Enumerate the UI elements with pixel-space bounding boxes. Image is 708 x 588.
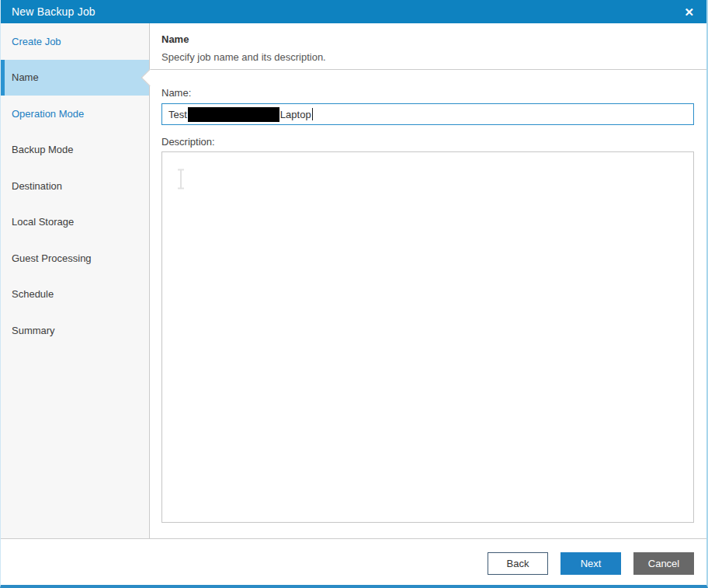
- page-title: Name: [161, 33, 694, 47]
- dialog-title: New Backup Job: [12, 5, 95, 18]
- ibeam-cursor-icon: [176, 169, 186, 190]
- name-form: Name: Test Laptop Description:: [150, 70, 706, 523]
- step-guest-processing[interactable]: Guest Processing: [1, 240, 149, 277]
- step-label: Backup Mode: [12, 144, 74, 155]
- close-icon[interactable]: ✕: [681, 5, 697, 19]
- step-operation-mode[interactable]: Operation Mode: [1, 96, 149, 132]
- step-label: Schedule: [12, 288, 54, 300]
- step-label: Local Storage: [12, 216, 74, 228]
- job-name-text-prefix: Test: [168, 109, 187, 120]
- name-field-label: Name:: [161, 87, 694, 99]
- step-label: Create Job: [12, 36, 61, 47]
- description-field-label: Description:: [161, 136, 694, 148]
- text-caret: [312, 108, 313, 120]
- footer-bar: Back Next Cancel: [1, 538, 706, 585]
- job-name-text-suffix: Laptop: [280, 109, 311, 120]
- step-label: Operation Mode: [12, 108, 84, 120]
- step-label: Summary: [12, 325, 55, 336]
- step-schedule[interactable]: Schedule: [1, 277, 149, 313]
- step-label: Guest Processing: [12, 252, 92, 264]
- job-name-input[interactable]: Test Laptop: [161, 103, 694, 125]
- back-button[interactable]: Back: [488, 552, 548, 575]
- next-button[interactable]: Next: [560, 552, 621, 575]
- title-bar: New Backup Job ✕: [1, 0, 706, 23]
- step-label: Destination: [12, 180, 62, 192]
- cancel-button[interactable]: Cancel: [633, 552, 694, 575]
- step-label: Name: [12, 71, 39, 83]
- main-area: Create Job Name Operation Mode Backup Mo…: [1, 23, 706, 538]
- page-subtitle: Specify job name and its description.: [161, 50, 694, 64]
- step-name[interactable]: Name: [1, 60, 149, 96]
- redacted-text-block: [188, 107, 279, 122]
- wizard-steps-sidebar: Create Job Name Operation Mode Backup Mo…: [1, 23, 150, 538]
- step-local-storage[interactable]: Local Storage: [1, 204, 149, 241]
- step-backup-mode[interactable]: Backup Mode: [1, 132, 149, 169]
- step-destination[interactable]: Destination: [1, 168, 149, 204]
- content-panel: Name Specify job name and its descriptio…: [150, 23, 706, 538]
- new-backup-job-dialog: New Backup Job ✕ Create Job Name Operati…: [0, 0, 708, 588]
- job-description-textarea[interactable]: [161, 151, 694, 523]
- step-create-job[interactable]: Create Job: [1, 23, 149, 60]
- step-summary[interactable]: Summary: [1, 312, 149, 349]
- content-header: Name Specify job name and its descriptio…: [150, 23, 706, 70]
